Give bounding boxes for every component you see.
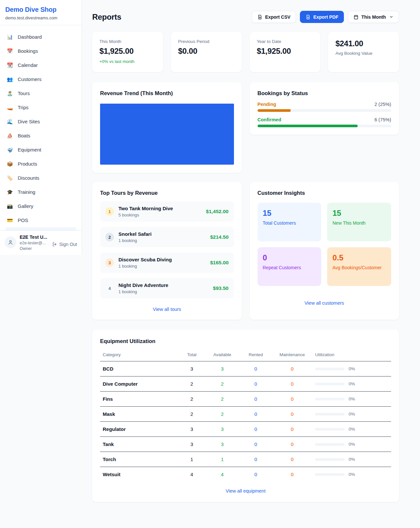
cell-maintenance: 0 <box>272 452 312 467</box>
sidebar-item-products[interactable]: 📦 Products <box>3 157 79 171</box>
insight-value: 15 <box>263 209 316 218</box>
sidebar-item-trips[interactable]: 🚤 Trips <box>3 100 79 114</box>
user-email: e2e-tester@... <box>20 241 49 245</box>
speedboat-icon: 🚤 <box>7 105 13 111</box>
tour-name: Snorkel Safari <box>118 231 205 237</box>
table-row: Mask 2 2 0 0 0% <box>100 407 391 422</box>
insight-value: 0.5 <box>332 253 386 262</box>
sidebar-nav: 📊 Dashboard 📅 Bookings 📆 Calendar 👥 Cust… <box>0 25 82 230</box>
sidebar-item-boats[interactable]: ⛵ Boats <box>3 129 79 143</box>
diving-mask-icon: 🤿 <box>7 147 13 153</box>
tour-bookings: 5 bookings <box>118 213 201 217</box>
calendar-icon: 📆 <box>7 62 13 68</box>
insight-tile-repeat-customers: 0 Repeat Customers <box>258 247 322 286</box>
cell-maintenance: 0 <box>272 467 312 482</box>
tour-bookings: 1 booking <box>118 238 205 243</box>
insight-tile-new-this-month: 15 New This Month <box>327 203 391 241</box>
sidebar-item-discounts[interactable]: 🏷️ Discounts <box>3 171 79 185</box>
insight-tiles: 15 Total Customers 15 New This Month 0 R… <box>258 203 391 286</box>
user-name: E2E Test U... <box>20 234 49 240</box>
sidebar-item-bookings[interactable]: 📅 Bookings <box>3 44 79 58</box>
sidebar-item-training[interactable]: 🎓 Training <box>3 185 79 199</box>
progress-fill <box>258 125 358 127</box>
table-row: Torch 1 1 0 0 0% <box>100 452 391 467</box>
status-count: 2 (25%) <box>374 102 391 107</box>
sidebar-user-footer: E2E Test U... e2e-tester@... Owner Sign … <box>0 230 82 255</box>
period-dropdown[interactable]: This Month <box>348 11 399 23</box>
sidebar-item-calendar[interactable]: 📆 Calendar <box>3 58 79 72</box>
sidebar: Demo Dive Shop demo.test.divestreams.com… <box>0 0 82 528</box>
stat-label: Year to Date <box>257 39 313 44</box>
sailboat-icon: ⛵ <box>7 133 13 139</box>
export-csv-button[interactable]: Export CSV <box>252 11 296 23</box>
sidebar-item-customers[interactable]: 👥 Customers <box>3 72 79 86</box>
utilization-bar <box>315 368 345 370</box>
sidebar-item-dashboard[interactable]: 📊 Dashboard <box>3 30 79 44</box>
cell-category: Wetsuit <box>100 467 178 482</box>
utilization-bar <box>315 443 345 446</box>
tour-name: Discover Scuba Diving <box>118 257 205 262</box>
cell-rented: 0 <box>240 422 272 437</box>
cell-available: 3 <box>205 437 240 452</box>
credit-card-icon: 💳 <box>7 217 13 223</box>
calendar-icon <box>353 14 359 20</box>
rank-badge: 3 <box>105 258 114 267</box>
sign-out-button[interactable]: Sign Out <box>52 242 77 247</box>
sidebar-item-label: Equipment <box>18 147 41 152</box>
view-all-equipment-link[interactable]: View all equipment <box>100 482 391 496</box>
table-header-row: Category Total Available Rented Maintena… <box>100 350 391 361</box>
tour-name: Two Tank Morning Dive <box>118 206 201 211</box>
export-pdf-button[interactable]: Export PDF <box>300 11 344 23</box>
revenue-trend-title: Revenue Trend (This Month) <box>100 90 234 96</box>
utilization-bar <box>315 383 345 385</box>
equipment-table: Category Total Available Rented Maintena… <box>100 350 391 482</box>
cell-maintenance: 0 <box>272 422 312 437</box>
sidebar-item-pos[interactable]: 💳 POS <box>3 213 79 227</box>
sidebar-item-equipment[interactable]: 🤿 Equipment <box>3 143 79 157</box>
brand: Demo Dive Shop demo.test.divestreams.com <box>0 0 82 25</box>
cell-utilization: 0% <box>312 437 391 452</box>
table-row: Fins 2 2 0 0 0% <box>100 392 391 407</box>
insight-value: 0 <box>263 253 316 262</box>
sidebar-item-label: Bookings <box>18 48 38 54</box>
col-category: Category <box>100 350 178 361</box>
sidebar-item-label: Customers <box>18 76 42 82</box>
sidebar-item-tours[interactable]: 🏝️ Tours <box>3 86 79 100</box>
sidebar-item-label: Training <box>18 189 35 195</box>
utilization-bar <box>315 428 345 431</box>
sidebar-item-reports-highlight[interactable] <box>5 227 76 230</box>
view-all-tours-link[interactable]: View all tours <box>100 301 234 312</box>
cell-category: Mask <box>100 407 178 422</box>
cell-rented: 0 <box>240 467 272 482</box>
view-all-customers-link[interactable]: View all customers <box>258 294 391 306</box>
rank-badge: 4 <box>105 284 114 293</box>
table-row: Tank 3 3 0 0 0% <box>100 437 391 452</box>
progress-track <box>258 109 391 112</box>
sidebar-item-label: Dashboard <box>18 34 42 40</box>
cell-rented: 0 <box>240 452 272 467</box>
cell-utilization: 0% <box>312 422 391 437</box>
list-item: 3 Discover Scuba Diving 1 booking $165.0… <box>100 253 234 273</box>
page-header: Reports Export CSV Export PDF <box>92 11 399 23</box>
rank-badge: 2 <box>105 233 114 241</box>
col-utilization: Utilization <box>312 350 391 361</box>
stats-row: This Month $1,925.00 +0% vs last month P… <box>92 32 399 72</box>
graduation-cap-icon: 🎓 <box>7 189 13 195</box>
package-icon: 📦 <box>7 161 13 167</box>
cell-rented: 0 <box>240 407 272 422</box>
cell-category: Tank <box>100 437 178 452</box>
dashboard-icon: 📊 <box>7 34 13 40</box>
cell-total: 2 <box>178 407 205 422</box>
cell-available: 2 <box>205 407 240 422</box>
sidebar-item-dive-sites[interactable]: 🌊 Dive Sites <box>3 114 79 129</box>
utilization-bar <box>315 458 345 461</box>
stat-delta: +0% vs last month <box>99 59 156 64</box>
cell-rented: 0 <box>240 392 272 407</box>
sidebar-item-gallery[interactable]: 📸 Gallery <box>3 199 79 213</box>
sidebar-panel: Demo Dive Shop demo.test.divestreams.com… <box>0 0 82 255</box>
cell-maintenance: 0 <box>272 376 312 392</box>
cell-utilization: 0% <box>312 407 391 422</box>
sign-out-label: Sign Out <box>59 242 77 247</box>
cell-total: 2 <box>178 392 205 407</box>
customer-insights-card: Customer Insights 15 Total Customers 15 … <box>250 182 399 320</box>
